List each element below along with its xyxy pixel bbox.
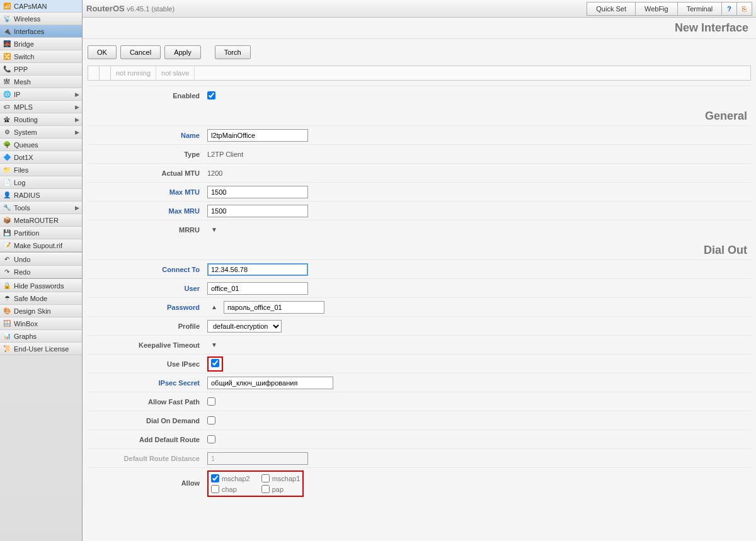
label-name[interactable]: Name [88, 132, 207, 139]
sidebar-item-label: Mesh [14, 78, 31, 86]
keepalive-expand-icon[interactable]: ▼ [207, 341, 221, 348]
label-keepalive: Keepalive Timeout [88, 341, 207, 349]
sidebar-item-interfaces[interactable]: 🔌Interfaces [0, 25, 82, 38]
sidebar-item-dot1x[interactable]: 🔷Dot1X [0, 151, 82, 164]
label-user[interactable]: User [88, 285, 207, 292]
winbox-icon: 🪟 [3, 319, 11, 328]
sidebar-item-label: Dot1X [14, 154, 33, 161]
sidebar-item-winbox[interactable]: 🪟WinBox [0, 317, 82, 330]
ip-icon: 🌐 [3, 90, 11, 99]
password-collapse-icon[interactable]: ▲ [207, 304, 221, 310]
chevron-right-icon: ▶ [75, 129, 79, 135]
cancel-button[interactable]: Cancel [120, 45, 161, 59]
label-default-route-distance: Default Route Distance [88, 455, 207, 462]
sidebar-item-mesh[interactable]: 🕸Mesh [0, 76, 82, 88]
ipsec-secret-input[interactable] [207, 377, 333, 389]
status-not-running: not running [111, 66, 156, 80]
use-ipsec-checkbox[interactable] [211, 359, 219, 367]
logout-icon[interactable]: ⎘ [737, 2, 752, 16]
enabled-checkbox[interactable] [207, 91, 215, 100]
default-route-distance-input [207, 452, 308, 465]
sidebar-item-log[interactable]: 📄Log [0, 176, 82, 189]
sidebar-item-queues[interactable]: 🌳Queues [0, 139, 82, 151]
terminal-button[interactable]: Terminal [678, 2, 723, 16]
sidebar-item-label: MetaROUTER [14, 217, 59, 224]
dial-on-demand-checkbox[interactable] [207, 416, 215, 424]
allow-mschap1[interactable]: mschap1 [261, 474, 301, 482]
sidebar: 📶CAPsMAN📡Wireless🔌Interfaces🌉Bridge🔀Swit… [0, 0, 83, 541]
sidebar-item-label: Redo [14, 268, 30, 276]
label-max-mru[interactable]: Max MRU [88, 207, 207, 215]
sidebar-item-graphs[interactable]: 📊Graphs [0, 330, 82, 343]
name-input[interactable] [207, 129, 308, 142]
chevron-right-icon: ▶ [75, 117, 79, 123]
main-area: RouterOS v6.45.1 (stable) Quick Set WebF… [83, 0, 756, 541]
quickset-button[interactable]: Quick Set [587, 2, 636, 16]
sidebar-item-hide-passwords[interactable]: 🔒Hide Passwords [0, 280, 82, 292]
ppp-icon: 📞 [3, 65, 11, 74]
max-mtu-input[interactable] [207, 186, 308, 198]
sidebar-item-bridge[interactable]: 🌉Bridge [0, 38, 82, 50]
user-input[interactable] [207, 282, 308, 295]
sidebar-item-label: MPLS [14, 103, 33, 111]
sidebar-item-label: Safe Mode [14, 295, 47, 302]
sidebar-item-end-user-license[interactable]: 📜End-User License [0, 343, 82, 355]
sidebar-item-ip[interactable]: 🌐IP▶ [0, 88, 82, 101]
label-connect-to[interactable]: Connect To [88, 266, 207, 273]
allow-mschap2[interactable]: mschap2 [211, 474, 250, 482]
label-profile: Profile [88, 322, 207, 330]
ok-button[interactable]: OK [88, 45, 117, 59]
sidebar-item-ppp[interactable]: 📞PPP [0, 63, 82, 76]
apply-button[interactable]: Apply [164, 45, 201, 59]
sidebar-item-partition[interactable]: 💾Partition [0, 227, 82, 239]
log-icon: 📄 [3, 178, 11, 187]
allow-pap[interactable]: pap [261, 485, 301, 493]
sidebar-item-radius[interactable]: 👤RADIUS [0, 189, 82, 202]
mschap1-checkbox[interactable] [261, 474, 270, 482]
sidebar-item-system[interactable]: ⚙System▶ [0, 126, 82, 139]
label-max-mtu[interactable]: Max MTU [88, 188, 207, 196]
sidebar-item-label: WinBox [14, 320, 38, 327]
webfig-button[interactable]: WebFig [636, 2, 678, 16]
sidebar-item-make-supout-rif[interactable]: 📝Make Supout.rif [0, 239, 82, 252]
sidebar-item-mpls[interactable]: 🏷MPLS▶ [0, 101, 82, 113]
max-mru-input[interactable] [207, 205, 308, 217]
allow-fast-checkbox[interactable] [207, 397, 215, 406]
routing-icon: 🛣 [3, 115, 11, 124]
sidebar-item-undo[interactable]: ↶Undo [0, 253, 82, 266]
label-allow: Allow [88, 479, 207, 487]
sidebar-item-tools[interactable]: 🔧Tools▶ [0, 202, 82, 214]
status-slot-1 [88, 66, 100, 80]
sidebar-item-design-skin[interactable]: 🎨Design Skin [0, 305, 82, 317]
pap-checkbox[interactable] [261, 485, 270, 493]
mschap2-checkbox[interactable] [211, 474, 219, 482]
chevron-right-icon: ▶ [75, 104, 79, 110]
help-icon[interactable]: ? [722, 2, 737, 16]
chap-checkbox[interactable] [211, 485, 219, 493]
add-default-route-checkbox[interactable] [207, 435, 215, 443]
allow-chap[interactable]: chap [211, 485, 250, 493]
sidebar-item-label: IP [14, 91, 20, 98]
sidebar-item-redo[interactable]: ↷Redo [0, 266, 82, 278]
sidebar-item-switch[interactable]: 🔀Switch [0, 50, 82, 63]
sidebar-item-files[interactable]: 📁Files [0, 164, 82, 176]
sidebar-item-label: System [14, 128, 37, 136]
mrru-expand-icon[interactable]: ▼ [207, 226, 221, 233]
form: Enabled General Name Type L2TP Client Ac… [83, 86, 756, 541]
connect-to-input[interactable] [207, 263, 308, 276]
label-type: Type [88, 151, 207, 158]
sidebar-item-metarouter[interactable]: 📦MetaROUTER [0, 214, 82, 227]
profile-select[interactable]: default-encryption [207, 320, 282, 333]
label-ipsec-secret[interactable]: IPsec Secret [88, 379, 207, 387]
sidebar-item-label: Log [14, 179, 25, 186]
sidebar-item-routing[interactable]: 🛣Routing▶ [0, 113, 82, 126]
sidebar-item-label: Wireless [14, 15, 40, 23]
sidebar-item-safe-mode[interactable]: ☂Safe Mode [0, 292, 82, 305]
partition-icon: 💾 [3, 229, 11, 237]
undo-icon: ↶ [3, 255, 11, 264]
password-input[interactable] [224, 301, 324, 314]
sidebar-item-capsman[interactable]: 📶CAPsMAN [0, 0, 82, 13]
torch-button[interactable]: Torch [215, 45, 251, 59]
label-password[interactable]: Password [88, 304, 207, 311]
sidebar-item-wireless[interactable]: 📡Wireless [0, 13, 82, 25]
